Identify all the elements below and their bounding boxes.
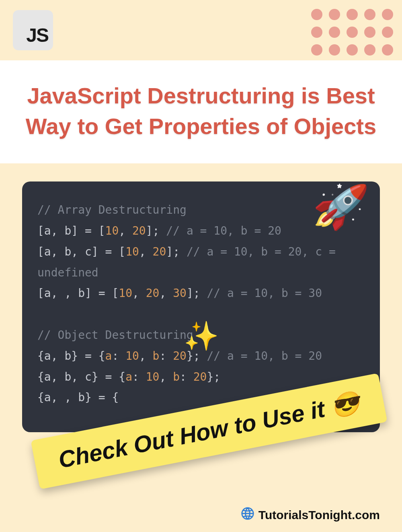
js-badge: JS <box>13 10 53 50</box>
title-band: JavaScript Destructuring is Best Way to … <box>0 60 402 163</box>
dot <box>329 27 340 38</box>
dot <box>347 9 358 20</box>
dot <box>347 27 358 38</box>
js-badge-text: JS <box>26 24 48 46</box>
dot <box>311 44 322 56</box>
dot <box>329 9 340 20</box>
sparkles-icon: ✨ <box>184 310 219 363</box>
code-line: [a, , b] = [10, 20, 30]; // a = 10, b = … <box>37 283 365 304</box>
dot <box>364 27 375 38</box>
dot <box>364 44 375 56</box>
dot <box>382 27 393 38</box>
footer: TutorialsTonight.com <box>241 507 380 523</box>
header-strip: JS <box>0 0 402 60</box>
code-line: [a, b, c] = [10, 20]; // a = 10, b = 20,… <box>37 241 365 283</box>
globe-icon <box>241 507 254 523</box>
dot <box>311 27 322 38</box>
dot <box>382 44 393 56</box>
dot <box>364 9 375 20</box>
rocket-icon: 🚀 <box>309 163 371 250</box>
dot <box>382 9 393 20</box>
dot <box>329 44 340 56</box>
dot <box>347 44 358 56</box>
page-title: JavaScript Destructuring is Best Way to … <box>24 80 378 141</box>
decorative-dot-grid <box>311 9 393 56</box>
code-line: {a, b, c} = {a: 10, b: 20}; <box>37 367 365 388</box>
dot <box>311 9 322 20</box>
footer-site[interactable]: TutorialsTonight.com <box>258 508 380 522</box>
